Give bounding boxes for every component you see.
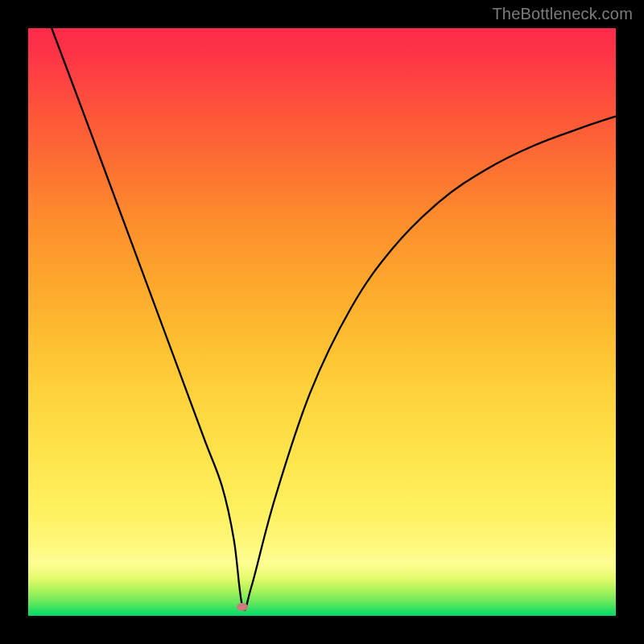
chart-frame: TheBottleneck.com <box>0 0 644 644</box>
watermark-text: TheBottleneck.com <box>492 5 633 23</box>
optimal-point-marker <box>237 603 248 611</box>
plot-area <box>28 28 616 616</box>
bottleneck-curve <box>28 28 616 616</box>
